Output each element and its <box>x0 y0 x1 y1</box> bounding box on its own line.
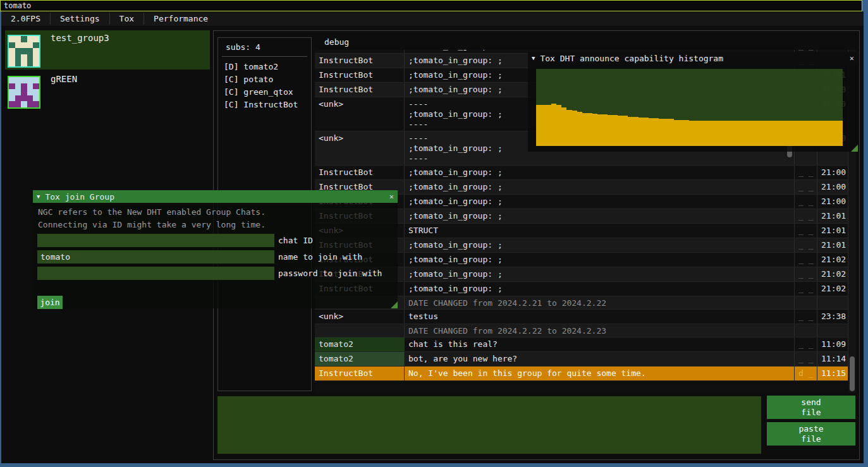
group-name: test_group3 <box>51 33 109 43</box>
sender-name: InstructBot <box>315 54 405 68</box>
date-changed-row[interactable]: DATE CHANGED from 2024.2.22 to 2024.2.23 <box>315 324 848 337</box>
histogram-bar <box>613 115 618 146</box>
delivery-flags: _ _ <box>795 352 817 366</box>
chat-id-label: chat ID <box>278 236 313 245</box>
avatar-pixel <box>15 89 21 95</box>
collapse-arrow-icon[interactable]: ▼ <box>532 55 535 61</box>
histogram-bar <box>776 121 781 146</box>
delivery-flags <box>795 296 817 309</box>
sender-name: <unk> <box>315 97 405 131</box>
histogram-bar <box>644 118 649 146</box>
subs-count-label: subs: 4 <box>226 42 260 52</box>
avatar-pixel <box>27 54 34 61</box>
delivery-flags: _ _ <box>795 282 817 296</box>
group-avatar <box>8 76 40 109</box>
histogram-bar <box>659 119 664 146</box>
join-password-field[interactable] <box>37 267 274 280</box>
subscriber-item[interactable]: [C] potato <box>224 73 309 86</box>
avatar-pixel <box>33 95 39 102</box>
histogram-bar <box>572 111 577 146</box>
avatar-pixel <box>15 42 21 49</box>
message-timestamp: 23:38 <box>817 310 848 324</box>
collapse-arrow-icon[interactable]: ▼ <box>37 193 40 200</box>
message-text: bot, are you new here? <box>405 352 795 366</box>
histogram-bar <box>812 121 817 146</box>
histogram-bar <box>750 121 755 146</box>
avatar-pixel <box>33 48 39 54</box>
histogram-bar <box>654 118 659 146</box>
tab-debug[interactable]: debug <box>315 37 349 47</box>
paste-file-button[interactable]: paste file <box>767 422 855 446</box>
message-input[interactable] <box>217 396 761 454</box>
avatar-pixel <box>15 95 21 102</box>
group-list-item-test_group3[interactable]: test_group3 <box>5 30 210 70</box>
close-icon[interactable]: ✕ <box>850 54 854 63</box>
message-timestamp: 21:02 <box>817 267 848 281</box>
delivery-flags: _ _ <box>795 224 817 238</box>
dialog-description: NGC refers to the New DHT enabled Group … <box>38 207 266 217</box>
os-title-bar[interactable]: tomato <box>0 0 862 11</box>
histogram-bar <box>755 121 761 146</box>
sender-name: InstructBot <box>315 68 405 82</box>
message-timestamp: 11:14 <box>817 352 848 366</box>
histogram-bar <box>720 121 725 146</box>
dialog-description: Connecting via ID might take a very long… <box>38 220 266 229</box>
menu-tox[interactable]: Tox <box>110 11 144 26</box>
join-password-label: password to join with <box>278 269 382 278</box>
message-row[interactable]: <unk>testus_ _23:38 <box>315 310 848 324</box>
message-timestamp <box>817 324 848 337</box>
avatar-pixel <box>33 54 39 61</box>
message-text: STRUCT <box>405 224 795 238</box>
avatar-pixel <box>15 48 21 54</box>
avatar-pixel <box>27 89 34 95</box>
message-text: No, I've been in this group for quite so… <box>405 367 795 380</box>
avatar-pixel <box>33 60 39 66</box>
histogram-bar <box>546 105 551 146</box>
avatar-pixel <box>27 77 34 83</box>
message-row[interactable]: InstructBotNo, I've been in this group f… <box>315 367 848 381</box>
sender-name: tomato2 <box>315 337 405 351</box>
join-name-field[interactable] <box>37 250 274 264</box>
histogram-bar <box>587 113 592 146</box>
subscriber-item[interactable]: [C] green_qtox <box>224 86 309 99</box>
histogram-bar <box>551 104 556 146</box>
join-button[interactable]: join <box>37 296 63 309</box>
message-row[interactable]: tomato2bot, are you new here?_ _11:14 <box>315 352 848 367</box>
avatar-pixel <box>21 77 27 83</box>
message-row[interactable]: InstructBot;tomato_in_group: ;_ _21:00 <box>315 166 848 180</box>
subscriber-item[interactable]: [C] InstructBot <box>224 99 309 111</box>
window-title: tomato <box>4 1 31 10</box>
message-row[interactable]: tomato2chat is this real?_ _11:09 <box>315 337 848 352</box>
avatar-pixel <box>15 36 21 42</box>
message-timestamp: 21:02 <box>817 282 848 296</box>
close-icon[interactable]: ✕ <box>389 192 394 201</box>
avatar-pixel <box>9 36 15 42</box>
resize-handle[interactable] <box>851 145 858 152</box>
subscriber-item[interactable]: [D] tomato2 <box>224 61 309 73</box>
histogram-bar <box>771 121 776 146</box>
join-dialog-body: NGC refers to the New DHT enabled Group … <box>33 203 398 308</box>
menu-performance[interactable]: Performance <box>144 11 217 26</box>
chat-scrollbar-thumb[interactable] <box>850 356 855 391</box>
histogram-title-bar[interactable]: ▼ Tox DHT announce capability histogram … <box>528 52 858 64</box>
histogram-bar <box>597 114 602 146</box>
histogram-bar <box>781 121 786 146</box>
avatar-pixel <box>27 36 34 42</box>
message-timestamp: 21:01 <box>817 209 848 223</box>
delivery-flags: _ _ <box>795 310 817 324</box>
message-timestamp: 21:01 <box>817 224 848 238</box>
avatar-pixel <box>21 101 27 107</box>
histogram-bar <box>664 119 669 146</box>
histogram-bar <box>740 121 745 146</box>
resize-handle[interactable] <box>391 301 398 308</box>
menu-settings[interactable]: Settings <box>51 11 109 26</box>
send-file-button[interactable]: send file <box>767 396 855 419</box>
chat-id-field[interactable] <box>37 234 274 247</box>
join-dialog-title-bar[interactable]: ▼ Tox join Group ✕ <box>33 190 398 203</box>
histogram-bar <box>684 120 689 146</box>
desktop: tomato 2.0FPS Settings Tox Performance t… <box>0 0 868 467</box>
delivery-flags: _ _ <box>795 209 817 223</box>
avatar-pixel <box>33 42 39 49</box>
avatar-pixel <box>33 83 39 90</box>
group-list-item-gREEN[interactable]: gREEN <box>5 71 210 106</box>
